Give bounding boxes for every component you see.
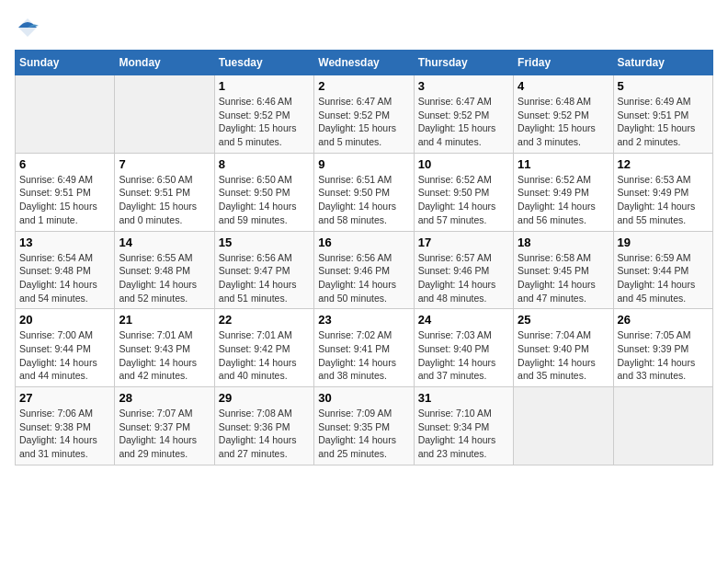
day-number: 27 [19,391,110,405]
day-number: 31 [418,391,509,405]
day-info: Sunrise: 6:52 AM Sunset: 9:49 PM Dayligh… [518,173,609,227]
day-cell: 30Sunrise: 7:09 AM Sunset: 9:35 PM Dayli… [314,387,414,465]
day-info: Sunrise: 6:46 AM Sunset: 9:52 PM Dayligh… [219,95,310,149]
col-header-saturday: Saturday [613,51,712,75]
day-cell: 3Sunrise: 6:47 AM Sunset: 9:52 PM Daylig… [414,75,513,154]
day-cell: 7Sunrise: 6:50 AM Sunset: 9:51 PM Daylig… [115,153,214,231]
day-info: Sunrise: 6:56 AM Sunset: 9:46 PM Dayligh… [318,251,409,305]
day-number: 2 [318,79,409,93]
day-info: Sunrise: 7:01 AM Sunset: 9:42 PM Dayligh… [219,328,310,383]
day-number: 24 [418,313,509,327]
day-info: Sunrise: 7:06 AM Sunset: 9:38 PM Dayligh… [19,407,110,461]
week-row-3: 13Sunrise: 6:54 AM Sunset: 9:48 PM Dayli… [16,231,713,309]
day-info: Sunrise: 7:10 AM Sunset: 9:34 PM Dayligh… [418,407,509,461]
week-row-4: 20Sunrise: 7:00 AM Sunset: 9:44 PM Dayli… [16,309,713,387]
week-row-1: 1Sunrise: 6:46 AM Sunset: 9:52 PM Daylig… [16,75,713,154]
week-row-2: 6Sunrise: 6:49 AM Sunset: 9:51 PM Daylig… [16,153,713,231]
day-info: Sunrise: 6:47 AM Sunset: 9:52 PM Dayligh… [418,95,509,149]
day-cell [115,75,214,154]
day-info: Sunrise: 6:48 AM Sunset: 9:52 PM Dayligh… [518,95,609,149]
day-number: 1 [219,79,310,93]
day-number: 8 [219,157,310,171]
day-number: 3 [418,79,509,93]
day-info: Sunrise: 6:53 AM Sunset: 9:49 PM Dayligh… [618,173,709,227]
day-number: 18 [518,236,609,249]
day-info: Sunrise: 6:49 AM Sunset: 9:51 PM Dayligh… [19,173,110,227]
day-info: Sunrise: 7:09 AM Sunset: 9:35 PM Dayligh… [318,407,409,461]
day-cell: 23Sunrise: 7:02 AM Sunset: 9:41 PM Dayli… [314,309,414,387]
day-number: 14 [119,236,210,249]
day-cell: 15Sunrise: 6:56 AM Sunset: 9:47 PM Dayli… [214,231,313,309]
day-cell: 29Sunrise: 7:08 AM Sunset: 9:36 PM Dayli… [214,387,313,465]
day-info: Sunrise: 7:02 AM Sunset: 9:41 PM Dayligh… [318,328,409,383]
day-info: Sunrise: 6:55 AM Sunset: 9:48 PM Dayligh… [119,251,210,305]
day-cell: 27Sunrise: 7:06 AM Sunset: 9:38 PM Dayli… [16,387,115,465]
day-cell: 25Sunrise: 7:04 AM Sunset: 9:40 PM Dayli… [514,309,613,387]
day-number: 11 [518,157,609,171]
logo [15,15,44,40]
day-number: 17 [418,236,509,249]
day-cell: 24Sunrise: 7:03 AM Sunset: 9:40 PM Dayli… [414,309,513,387]
col-header-friday: Friday [514,51,613,75]
day-info: Sunrise: 6:57 AM Sunset: 9:46 PM Dayligh… [418,251,509,305]
day-info: Sunrise: 7:04 AM Sunset: 9:40 PM Dayligh… [518,328,609,383]
day-cell: 21Sunrise: 7:01 AM Sunset: 9:43 PM Dayli… [115,309,214,387]
day-info: Sunrise: 6:59 AM Sunset: 9:44 PM Dayligh… [618,251,709,305]
day-info: Sunrise: 6:56 AM Sunset: 9:47 PM Dayligh… [219,251,310,305]
col-header-thursday: Thursday [414,51,513,75]
day-number: 5 [618,79,709,93]
day-cell: 26Sunrise: 7:05 AM Sunset: 9:39 PM Dayli… [613,309,712,387]
day-number: 29 [219,391,310,405]
day-number: 26 [618,313,709,327]
day-cell: 8Sunrise: 6:50 AM Sunset: 9:50 PM Daylig… [214,153,313,231]
day-info: Sunrise: 6:54 AM Sunset: 9:48 PM Dayligh… [19,251,110,305]
col-header-sunday: Sunday [16,51,115,75]
day-cell: 6Sunrise: 6:49 AM Sunset: 9:51 PM Daylig… [16,153,115,231]
day-number: 30 [318,391,409,405]
day-number: 20 [19,313,110,327]
day-number: 6 [19,157,110,171]
day-number: 15 [219,236,310,249]
day-cell [16,75,115,154]
day-cell: 18Sunrise: 6:58 AM Sunset: 9:45 PM Dayli… [514,231,613,309]
day-cell: 11Sunrise: 6:52 AM Sunset: 9:49 PM Dayli… [514,153,613,231]
day-cell: 2Sunrise: 6:47 AM Sunset: 9:52 PM Daylig… [314,75,414,154]
page-header [15,15,713,40]
day-number: 9 [318,157,409,171]
day-number: 4 [518,79,609,93]
day-cell: 14Sunrise: 6:55 AM Sunset: 9:48 PM Dayli… [115,231,214,309]
day-number: 13 [19,236,110,249]
day-number: 10 [418,157,509,171]
col-header-wednesday: Wednesday [314,51,414,75]
day-cell: 28Sunrise: 7:07 AM Sunset: 9:37 PM Dayli… [115,387,214,465]
day-number: 22 [219,313,310,327]
day-cell: 12Sunrise: 6:53 AM Sunset: 9:49 PM Dayli… [613,153,712,231]
day-info: Sunrise: 6:58 AM Sunset: 9:45 PM Dayligh… [518,251,609,305]
day-info: Sunrise: 6:52 AM Sunset: 9:50 PM Dayligh… [418,173,509,227]
col-header-tuesday: Tuesday [214,51,313,75]
day-number: 16 [318,236,409,249]
day-info: Sunrise: 6:50 AM Sunset: 9:51 PM Dayligh… [119,173,210,227]
day-info: Sunrise: 6:49 AM Sunset: 9:51 PM Dayligh… [618,95,709,149]
day-info: Sunrise: 6:47 AM Sunset: 9:52 PM Dayligh… [318,95,409,149]
calendar-table: SundayMondayTuesdayWednesdayThursdayFrid… [15,50,713,465]
day-cell: 31Sunrise: 7:10 AM Sunset: 9:34 PM Dayli… [414,387,513,465]
day-cell: 20Sunrise: 7:00 AM Sunset: 9:44 PM Dayli… [16,309,115,387]
day-cell: 19Sunrise: 6:59 AM Sunset: 9:44 PM Dayli… [613,231,712,309]
day-info: Sunrise: 7:08 AM Sunset: 9:36 PM Dayligh… [219,407,310,461]
day-info: Sunrise: 6:50 AM Sunset: 9:50 PM Dayligh… [219,173,310,227]
day-cell: 5Sunrise: 6:49 AM Sunset: 9:51 PM Daylig… [613,75,712,154]
day-cell: 10Sunrise: 6:52 AM Sunset: 9:50 PM Dayli… [414,153,513,231]
day-info: Sunrise: 7:03 AM Sunset: 9:40 PM Dayligh… [418,328,509,383]
col-header-monday: Monday [115,51,214,75]
day-cell: 1Sunrise: 6:46 AM Sunset: 9:52 PM Daylig… [214,75,313,154]
logo-icon [15,15,40,40]
day-number: 21 [119,313,210,327]
day-number: 12 [618,157,709,171]
day-cell: 4Sunrise: 6:48 AM Sunset: 9:52 PM Daylig… [514,75,613,154]
day-cell: 22Sunrise: 7:01 AM Sunset: 9:42 PM Dayli… [214,309,313,387]
day-info: Sunrise: 7:05 AM Sunset: 9:39 PM Dayligh… [618,328,709,383]
day-cell: 17Sunrise: 6:57 AM Sunset: 9:46 PM Dayli… [414,231,513,309]
day-cell: 13Sunrise: 6:54 AM Sunset: 9:48 PM Dayli… [16,231,115,309]
column-headers: SundayMondayTuesdayWednesdayThursdayFrid… [16,51,713,75]
